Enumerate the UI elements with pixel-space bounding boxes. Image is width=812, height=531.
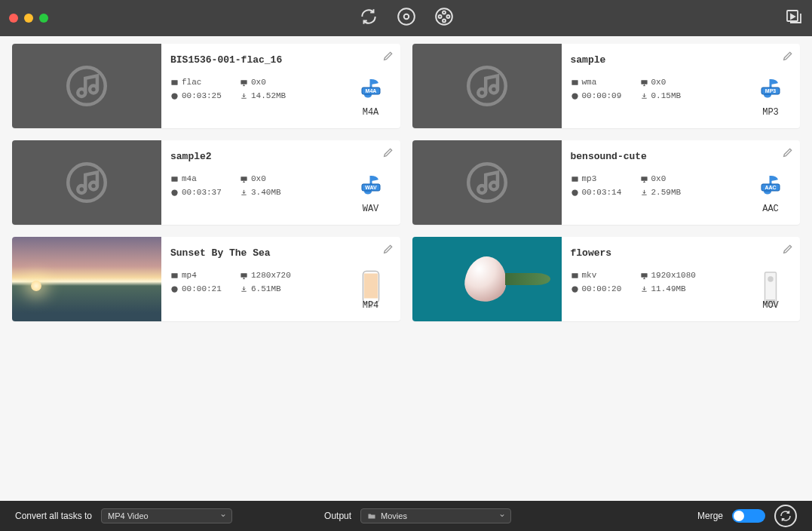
window-controls — [9, 14, 48, 23]
svg-rect-27 — [364, 274, 378, 299]
size-stat: 2.59MB — [640, 188, 709, 197]
thumbnail — [412, 44, 562, 128]
edit-icon[interactable] — [382, 146, 394, 161]
content-area: BIS1536-001-flac_16 flac 0x0 00:03:25 14… — [0, 36, 812, 501]
maximize-window-button[interactable] — [39, 14, 48, 23]
codec-stat: mkv — [571, 271, 640, 280]
thumbnail — [412, 140, 562, 225]
output-folder-select[interactable]: Movies — [360, 508, 511, 523]
dimensions-stat: 1920x1080 — [640, 271, 709, 280]
title-bar — [0, 0, 812, 36]
media-title: bensound-cute — [571, 151, 737, 162]
format-label: WAV — [349, 204, 393, 214]
media-card[interactable]: flowers mkv 1920x1080 00:00:20 11.49MB M… — [412, 237, 801, 321]
disc-tab-icon[interactable] — [397, 7, 416, 29]
media-title: BIS1536-001-flac_16 — [170, 54, 336, 66]
output-format[interactable]: M4A M4A — [349, 77, 393, 118]
output-format[interactable]: AAC AAC — [749, 173, 792, 214]
format-label: MP3 — [749, 107, 792, 118]
media-card[interactable]: BIS1536-001-flac_16 flac 0x0 00:03:25 14… — [12, 44, 400, 128]
convert-button[interactable] — [774, 505, 797, 527]
edit-icon[interactable] — [382, 50, 394, 65]
media-card[interactable]: sample wma 0x0 00:00:09 0.15MB MP3 MP3 — [412, 44, 801, 128]
playlist-icon[interactable] — [785, 8, 803, 29]
media-card[interactable]: sample2 m4a 0x0 00:03:37 3.40MB WAV WAV — [12, 140, 400, 225]
media-card[interactable]: Sunset By The Sea mp4 1280x720 00:00:21 … — [12, 237, 400, 321]
media-card[interactable]: bensound-cute mp3 0x0 00:03:14 2.59MB AA… — [412, 140, 801, 225]
size-stat: 0.15MB — [640, 91, 709, 100]
toolbar — [359, 7, 454, 29]
dimensions-stat: 0x0 — [640, 174, 709, 183]
close-window-button[interactable] — [9, 14, 18, 23]
duration-stat: 00:00:21 — [170, 284, 240, 293]
dimensions-stat: 1280x720 — [240, 271, 309, 280]
codec-stat: mp3 — [571, 174, 640, 183]
format-label: MP4 — [349, 300, 393, 311]
size-stat: 6.51MB — [240, 284, 309, 293]
svg-text:WAV: WAV — [365, 185, 377, 190]
output-format[interactable]: MOV — [749, 270, 792, 311]
convert-all-label: Convert all tasks to — [15, 511, 92, 521]
size-stat: 14.52MB — [240, 91, 309, 100]
format-label: MOV — [749, 300, 792, 311]
output-format[interactable]: MP3 MP3 — [749, 77, 792, 118]
dimensions-stat: 0x0 — [640, 78, 709, 87]
video-tab-icon[interactable] — [434, 7, 454, 29]
duration-stat: 00:00:09 — [571, 91, 640, 100]
edit-icon[interactable] — [782, 50, 794, 65]
thumbnail — [12, 237, 161, 321]
media-title: sample2 — [170, 151, 336, 162]
thumbnail — [12, 44, 161, 128]
merge-label: Merge — [697, 511, 723, 521]
output-format[interactable]: WAV WAV — [349, 173, 393, 214]
thumbnail — [12, 140, 161, 225]
dimensions-stat: 0x0 — [240, 174, 309, 183]
edit-icon[interactable] — [782, 243, 794, 258]
media-title: flowers — [571, 247, 737, 259]
duration-stat: 00:03:14 — [571, 188, 640, 197]
media-title: sample — [571, 54, 737, 66]
size-stat: 11.49MB — [640, 284, 709, 293]
edit-icon[interactable] — [382, 243, 394, 258]
minimize-window-button[interactable] — [24, 14, 33, 23]
convert-format-select[interactable]: MP4 Video — [101, 508, 232, 523]
size-stat: 3.40MB — [240, 188, 309, 197]
bottom-bar: Convert all tasks to MP4 Video Output Mo… — [0, 501, 812, 531]
merge-toggle[interactable] — [732, 509, 765, 523]
output-format[interactable]: MP4 — [349, 270, 393, 311]
edit-icon[interactable] — [782, 146, 794, 161]
duration-stat: 00:03:25 — [170, 91, 240, 100]
format-label: AAC — [749, 204, 792, 214]
convert-tab-icon[interactable] — [359, 7, 378, 29]
svg-text:M4A: M4A — [365, 88, 376, 94]
format-label: M4A — [349, 107, 393, 118]
codec-stat: m4a — [170, 174, 240, 183]
svg-text:AAC: AAC — [765, 185, 776, 190]
duration-stat: 00:03:37 — [170, 188, 240, 197]
thumbnail — [412, 237, 562, 321]
dimensions-stat: 0x0 — [240, 78, 309, 87]
svg-point-30 — [768, 276, 774, 282]
codec-stat: wma — [571, 78, 640, 87]
codec-stat: flac — [170, 78, 240, 87]
output-label: Output — [324, 511, 351, 521]
svg-text:MP3: MP3 — [765, 88, 777, 94]
codec-stat: mp4 — [170, 271, 240, 280]
media-title: Sunset By The Sea — [170, 247, 336, 259]
duration-stat: 00:00:20 — [571, 284, 640, 293]
